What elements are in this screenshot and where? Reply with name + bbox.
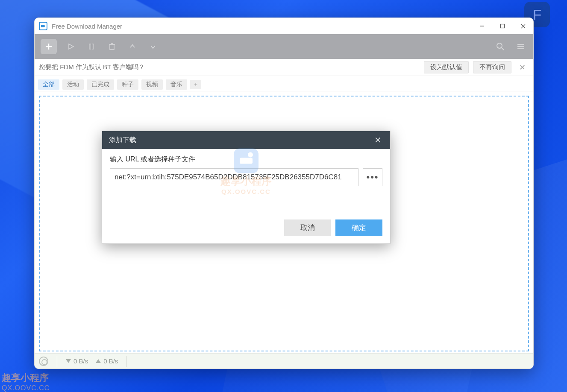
filter-tabs: 全部 活动 已完成 种子 视频 音乐 + — [35, 76, 533, 91]
move-down-icon[interactable] — [147, 40, 159, 53]
desktop-icon-letter: F — [533, 6, 542, 23]
snail-mode-icon[interactable] — [39, 357, 48, 366]
maximize-button[interactable] — [492, 18, 513, 34]
notification-message: 您要把 FDM 作为默认 BT 客户端吗？ — [39, 63, 420, 71]
upload-arrow-icon — [96, 359, 101, 363]
search-icon[interactable] — [494, 40, 507, 53]
toolbar — [35, 34, 533, 59]
pause-all-icon[interactable] — [85, 40, 98, 53]
notification-bar: 您要把 FDM 作为默认 BT 客户端吗？ 设为默认值 不再询问 ✕ — [35, 59, 533, 76]
add-download-dialog: 添加下载 ✕ 趣享小程序 QX.OOVC.CC 输入 URL 或者选择种子文件 … — [102, 131, 391, 244]
status-bar: 0 B/s 0 B/s — [35, 353, 533, 369]
window-title: Free Download Manager — [52, 23, 472, 30]
dialog-title: 添加下载 — [109, 136, 136, 145]
dialog-titlebar[interactable]: 添加下载 ✕ — [102, 131, 390, 149]
upload-speed-value: 0 B/s — [103, 357, 118, 365]
watermark-corner: 趣享小程序 QX.OOVC.CC — [2, 372, 50, 392]
tab-active[interactable]: 活动 — [62, 79, 84, 90]
download-speed-value: 0 B/s — [73, 357, 88, 365]
move-up-icon[interactable] — [126, 40, 139, 53]
svg-marker-6 — [69, 44, 73, 49]
tab-music[interactable]: 音乐 — [166, 79, 187, 90]
browse-file-button[interactable]: ••• — [363, 168, 382, 186]
svg-rect-7 — [89, 44, 91, 49]
dialog-label: 输入 URL 或者选择种子文件 — [110, 155, 382, 164]
dialog-close-icon[interactable]: ✕ — [373, 135, 383, 145]
svg-rect-9 — [110, 45, 114, 50]
url-input[interactable] — [110, 168, 358, 186]
start-all-icon[interactable] — [65, 40, 77, 53]
set-default-button[interactable]: 设为默认值 — [424, 61, 469, 73]
titlebar[interactable]: Free Download Manager — [35, 18, 533, 34]
download-arrow-icon — [66, 359, 71, 363]
svg-line-13 — [502, 48, 504, 50]
delete-icon[interactable] — [106, 40, 118, 53]
tab-video[interactable]: 视频 — [141, 79, 163, 90]
app-logo-icon — [39, 22, 47, 30]
tab-torrents[interactable]: 种子 — [117, 79, 138, 90]
cancel-button[interactable]: 取消 — [284, 219, 331, 236]
tab-completed[interactable]: 已完成 — [87, 79, 114, 90]
svg-rect-1 — [501, 24, 505, 28]
menu-icon[interactable] — [514, 40, 527, 53]
minimize-button[interactable] — [472, 18, 492, 34]
upload-speed[interactable]: 0 B/s — [96, 357, 118, 365]
ok-button[interactable]: 确定 — [335, 219, 382, 236]
notification-close-icon[interactable]: ✕ — [516, 63, 529, 72]
dont-ask-button[interactable]: 不再询问 — [473, 61, 511, 73]
tab-all[interactable]: 全部 — [38, 79, 59, 90]
tab-add-button[interactable]: + — [190, 80, 201, 89]
svg-rect-8 — [92, 44, 94, 49]
svg-point-12 — [497, 43, 502, 48]
add-download-button[interactable] — [41, 39, 57, 54]
download-speed[interactable]: 0 B/s — [66, 357, 88, 365]
close-button[interactable] — [513, 18, 533, 34]
